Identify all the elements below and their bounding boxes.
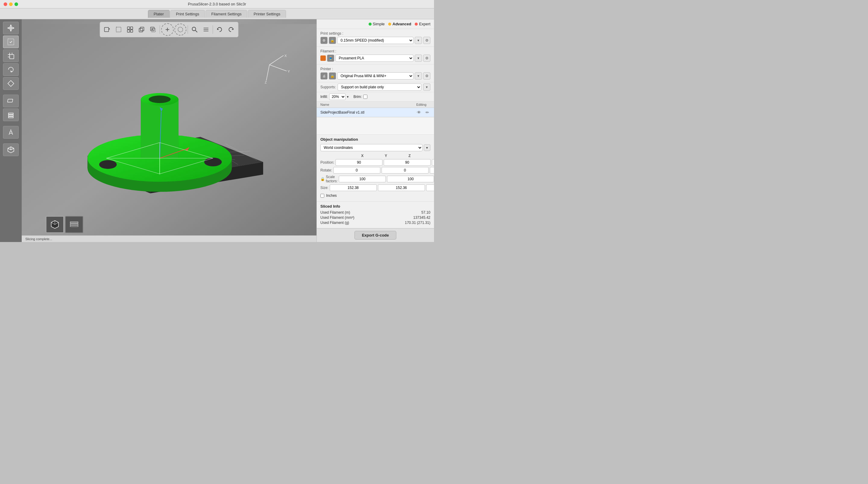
svg-rect-92: [70, 222, 78, 223]
print-settings-dropdown[interactable]: ▾: [415, 37, 422, 44]
left-toolbar: [0, 19, 22, 242]
filament-m-row: Used Filament (m) 57.10: [320, 210, 430, 215]
tool-support-paint[interactable]: [3, 126, 19, 139]
lock-icon[interactable]: 🔒: [320, 177, 324, 181]
export-gcode-button[interactable]: Export G-code: [354, 231, 397, 240]
scale-x[interactable]: [339, 176, 386, 182]
inches-checkbox[interactable]: [320, 194, 324, 198]
position-row: Position: mm: [320, 159, 430, 166]
viewport-layer-thumb[interactable]: [65, 216, 83, 233]
rotate-y[interactable]: [381, 167, 429, 174]
printer-lock-icon: 🔒: [329, 72, 336, 80]
search-button[interactable]: [189, 24, 200, 35]
tool-rotate[interactable]: [3, 63, 19, 76]
infill-select[interactable]: 20%: [329, 93, 346, 100]
tab-printer-settings[interactable]: Printer Settings: [248, 10, 286, 18]
object-visible-btn[interactable]: 👁: [416, 110, 422, 115]
svg-rect-31: [139, 28, 143, 32]
close-button[interactable]: [4, 2, 7, 6]
filament-select[interactable]: Prusament PLA: [336, 55, 413, 62]
infill-arrow[interactable]: ▾: [347, 95, 349, 99]
viewport-3d-thumb[interactable]: [46, 216, 64, 233]
viewport-thumbnails: [46, 216, 83, 233]
supports-dropdown[interactable]: ▾: [423, 84, 430, 91]
scale-y[interactable]: [387, 176, 434, 182]
viewport-area[interactable]: PRUSA MINI: [22, 19, 316, 242]
advanced-dot: [388, 23, 391, 26]
svg-rect-30: [130, 30, 133, 32]
filament-spool-icon: 🧵: [327, 55, 334, 62]
tab-filament-settings[interactable]: Filament Settings: [206, 10, 247, 18]
svg-point-40: [192, 27, 196, 31]
printer-dropdown[interactable]: ▾: [415, 72, 422, 80]
maximize-button[interactable]: [14, 2, 18, 6]
size-x[interactable]: [330, 184, 377, 191]
tool-layer[interactable]: [3, 109, 19, 121]
printer-config[interactable]: ⚙: [423, 72, 430, 80]
add-circle-button[interactable]: [161, 23, 174, 36]
filament-config[interactable]: ⚙: [423, 55, 430, 62]
tool-cut[interactable]: [3, 77, 19, 90]
tab-plater[interactable]: Plater: [148, 10, 170, 18]
mode-advanced[interactable]: Advanced: [388, 22, 411, 26]
rotate-label: Rotate:: [320, 168, 332, 172]
xyz-header: X Y Z: [320, 154, 430, 158]
brim-checkbox[interactable]: [363, 95, 367, 99]
minimize-button[interactable]: [9, 2, 13, 6]
tool-scale[interactable]: [3, 50, 19, 62]
size-y[interactable]: [378, 184, 425, 191]
object-edit-btn[interactable]: ✏: [424, 110, 430, 115]
rotate-z[interactable]: [430, 167, 434, 174]
filament-label: Filament :: [320, 49, 430, 53]
tool-select[interactable]: [3, 36, 19, 48]
mode-expert[interactable]: Expert: [415, 22, 430, 26]
rotate-x[interactable]: [333, 167, 380, 174]
tool-3d-view[interactable]: [3, 144, 19, 156]
sliced-info-section: Sliced Info Used Filament (m) 57.10 Used…: [317, 202, 434, 228]
tool-shear[interactable]: [3, 95, 19, 107]
supports-select[interactable]: Support on build plate only: [338, 84, 421, 91]
printer-select[interactable]: Original Prusa MINI & MINI+: [337, 72, 413, 80]
coord-system-dropdown[interactable]: ▾: [424, 144, 430, 151]
position-x[interactable]: [336, 159, 382, 166]
supports-row: Supports: Support on build plate only ▾: [317, 82, 434, 92]
col-name-header: Name: [320, 103, 412, 107]
simple-dot: [369, 23, 372, 26]
print-settings-section: Print settings : ⚙ 🔒 0.15mm SPEED (modif…: [317, 29, 434, 47]
tab-print-settings[interactable]: Print Settings: [170, 10, 205, 18]
print-settings-config[interactable]: ⚙: [423, 37, 430, 44]
arrange-button[interactable]: [125, 24, 135, 35]
print-settings-select[interactable]: 0.15mm SPEED (modified): [337, 37, 413, 44]
svg-point-64: [99, 160, 117, 169]
object-actions: 👁 ✏: [416, 110, 430, 115]
filament-dropdown[interactable]: ▾: [415, 55, 422, 62]
delete-button[interactable]: [113, 24, 124, 35]
right-panel: Simple Advanced Expert Print settings : …: [316, 19, 434, 242]
redo-button[interactable]: [226, 24, 237, 35]
mode-simple[interactable]: Simple: [369, 22, 385, 26]
scale-label: Scale factors:: [326, 175, 338, 183]
print-settings-icon: ⚙: [320, 37, 328, 44]
size-z[interactable]: [426, 184, 434, 191]
object-list-item[interactable]: SideProjectBaseFinal v1.stl 👁 ✏: [317, 108, 434, 117]
coord-system-select[interactable]: World coordinates: [320, 144, 423, 151]
copy-button[interactable]: [136, 24, 147, 35]
object-manipulation-section: Object manipulation World coordinates ▾ …: [317, 135, 434, 202]
infill-label: Infill:: [320, 95, 328, 99]
tool-move[interactable]: [3, 22, 19, 34]
paste-button[interactable]: [148, 24, 158, 35]
mode-bar: Simple Advanced Expert: [317, 19, 434, 29]
position-z[interactable]: [432, 159, 434, 166]
undo-button[interactable]: [214, 24, 225, 35]
print-settings-label: Print settings :: [320, 31, 430, 36]
mirror-button[interactable]: [175, 24, 187, 36]
3d-viewport[interactable]: PRUSA MINI: [22, 19, 316, 242]
sliced-info-title: Sliced Info: [320, 204, 430, 209]
svg-line-22: [8, 148, 11, 150]
object-list-header: Name Editing: [317, 101, 434, 108]
position-y[interactable]: [384, 159, 431, 166]
slice-view-button[interactable]: [201, 24, 212, 35]
add-object-button[interactable]: [102, 24, 113, 35]
svg-rect-32: [141, 27, 144, 31]
svg-point-65: [204, 158, 222, 167]
